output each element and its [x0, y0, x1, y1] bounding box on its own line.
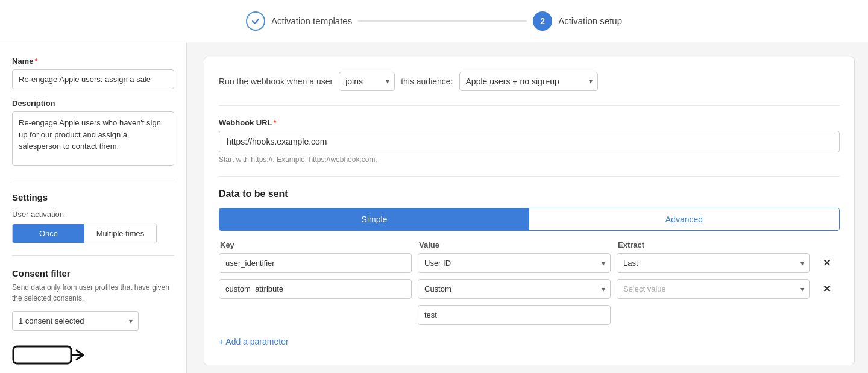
row1-key-input[interactable]: [219, 253, 412, 273]
description-input[interactable]: Re-engage Apple users who haven't sign u…: [12, 111, 174, 166]
col-headers: Key Value Extract: [219, 240, 840, 249]
description-label: Description: [12, 99, 174, 108]
trigger-prefix: Run the webhook when a user: [219, 77, 333, 86]
audience-select[interactable]: Apple users + no sign-up All users New u…: [459, 72, 598, 91]
data-section-title: Data to be sent: [219, 189, 840, 199]
step-2-label: Activation setup: [558, 16, 622, 26]
data-row-2: User ID Custom Email Select value ✕: [219, 279, 840, 299]
divider-2: [12, 255, 174, 256]
consent-select[interactable]: 1 consent selected: [12, 311, 139, 331]
main-content: Run the webhook when a user joins leaves…: [187, 42, 868, 373]
step-connector: [358, 20, 527, 22]
name-field: Name*: [12, 57, 174, 89]
row2-custom-value-row: [219, 305, 840, 325]
toggle-multiple-button[interactable]: Multiple times: [84, 224, 156, 243]
webhook-url-label: Webhook URL*: [219, 118, 840, 127]
step-1-label: Activation templates: [271, 16, 352, 26]
description-field: Description Re-engage Apple users who ha…: [12, 99, 174, 168]
row2-value-select[interactable]: User ID Custom Email: [418, 279, 611, 299]
row1-delete-button[interactable]: ✕: [816, 257, 837, 269]
row2-custom-value-input[interactable]: [418, 305, 611, 325]
step-1-circle: [246, 11, 265, 31]
consent-filter-desc: Send data only from user profiles that h…: [12, 282, 174, 304]
trigger-suffix: this audience:: [401, 77, 453, 86]
content-card: Run the webhook when a user joins leaves…: [204, 57, 855, 365]
arrow-annotation: [12, 340, 84, 367]
step-2-circle: 2: [533, 11, 552, 31]
data-tabs: Simple Advanced: [219, 208, 840, 231]
trigger-action-select[interactable]: joins leaves matches: [339, 72, 395, 91]
row1-value-select-wrap: User ID Email Custom: [418, 253, 611, 273]
tab-simple-button[interactable]: Simple: [219, 208, 529, 230]
row1-value-select[interactable]: User ID Email Custom: [418, 253, 611, 273]
trigger-action-wrap: joins leaves matches: [339, 72, 395, 91]
consent-select-wrap: 1 consent selected ▾: [12, 311, 139, 331]
sep-1: [219, 105, 840, 106]
main-layout: Name* Description Re-engage Apple users …: [0, 42, 868, 373]
webhook-url-hint: Start with https://. Example: https://we…: [219, 155, 840, 164]
activation-toggle: Once Multiple times: [12, 224, 157, 243]
divider-1: [12, 180, 174, 180]
consent-filter-title: Consent filter: [12, 268, 174, 278]
data-section: Data to be sent Simple Advanced Key Valu…: [219, 189, 840, 350]
sep-2: [219, 176, 840, 177]
webhook-url-input[interactable]: [219, 131, 840, 152]
row2-extract-select-wrap: Select value: [617, 279, 810, 299]
settings-section: Settings User activation Once Multiple t…: [12, 192, 174, 243]
consent-filter-section: Consent filter Send data only from user …: [12, 268, 174, 373]
step-2: 2 Activation setup: [533, 11, 622, 31]
add-parameter-button[interactable]: + Add a parameter: [219, 333, 289, 350]
col-extract-header: Extract: [618, 240, 811, 249]
row1-extract-select[interactable]: Last First All: [617, 253, 810, 273]
row1-extract-select-wrap: Last First All: [617, 253, 810, 273]
webhook-url-field: Webhook URL* Start with https://. Exampl…: [219, 118, 840, 164]
row2-select-value-select[interactable]: Select value: [617, 279, 810, 299]
settings-title: Settings: [12, 192, 174, 202]
toggle-once-button[interactable]: Once: [13, 224, 84, 243]
row2-delete-button[interactable]: ✕: [816, 283, 837, 295]
col-value-header: Value: [419, 240, 612, 249]
row2-key-input[interactable]: [219, 279, 412, 299]
data-row-1: User ID Email Custom Last First All ✕: [219, 253, 840, 273]
svg-rect-0: [13, 346, 71, 363]
tab-advanced-button[interactable]: Advanced: [529, 208, 839, 230]
name-input[interactable]: [12, 69, 174, 89]
name-label: Name*: [12, 57, 174, 66]
sidebar: Name* Description Re-engage Apple users …: [0, 42, 187, 373]
trigger-row: Run the webhook when a user joins leaves…: [219, 72, 840, 91]
col-key-header: Key: [220, 240, 413, 249]
user-activation-label: User activation: [12, 210, 174, 219]
step-1: Activation templates: [246, 11, 352, 31]
audience-select-wrap: Apple users + no sign-up All users New u…: [459, 72, 598, 91]
row2-value-select-wrap: User ID Custom Email: [418, 279, 611, 299]
top-nav: Activation templates 2 Activation setup: [0, 0, 868, 42]
